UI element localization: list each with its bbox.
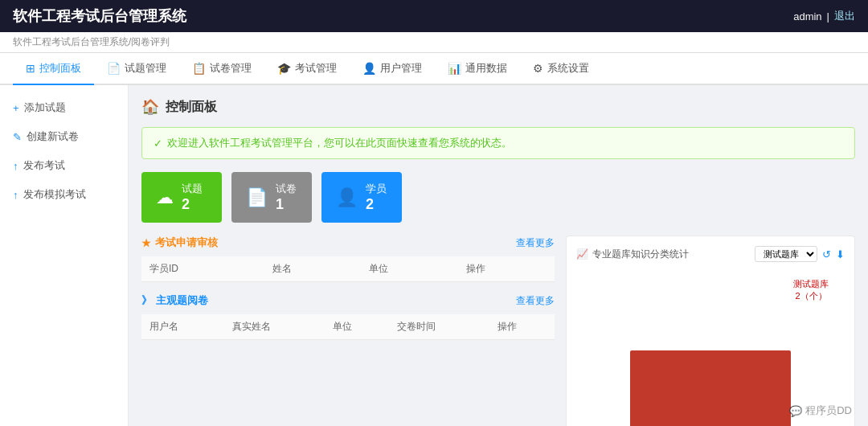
- nav-item-exam-mgmt[interactable]: 🎓 考试管理: [264, 53, 350, 85]
- data-nav-icon: 📊: [448, 62, 461, 75]
- nav-label-questions: 试题管理: [125, 61, 166, 76]
- nav-label-exam-mgmt: 考试管理: [295, 61, 337, 76]
- sub-col-action: 操作: [489, 314, 555, 340]
- dashboard-icon: ⊞: [26, 62, 35, 75]
- subjective-table: 用户名 真实姓名 单位 交卷时间 操作: [141, 314, 555, 340]
- logout-button[interactable]: 退出: [834, 9, 855, 23]
- nav-item-dashboard[interactable]: ⊞ 控制面板: [13, 53, 94, 85]
- stat-card-students: 👤 学员 2: [321, 172, 402, 223]
- exams-nav-icon: 📋: [192, 62, 206, 75]
- nav-item-users[interactable]: 👤 用户管理: [350, 53, 435, 85]
- chart-download-button[interactable]: ⬇: [836, 248, 845, 260]
- nav-label-dashboard: 控制面板: [39, 61, 81, 76]
- chart-panel: 📈 专业题库知识分类统计 测试题库 ↺ ⬇ 测: [566, 236, 855, 426]
- questions-stat-num: 2: [182, 196, 203, 213]
- page-title: 🏠 控制面板: [141, 98, 855, 116]
- sub-col-unit: 单位: [325, 314, 390, 340]
- students-stat-info: 学员 2: [366, 182, 387, 213]
- bar-red: [630, 350, 791, 426]
- questions-stat-icon: ☁: [156, 187, 174, 208]
- chart-bar-label-text: 测试题库: [793, 279, 829, 289]
- content-area: 🏠 控制面板 ✓ 欢迎进入软件工程考试管理平台，您可以在此页面快速查看您系统的状…: [129, 85, 868, 426]
- chart-bar-sublabel: 2（个）: [795, 291, 826, 301]
- chart-controls: 测试题库 ↺ ⬇: [755, 246, 845, 262]
- exam-review-section: ★ 考试申请审核 查看更多 学员ID 姓名 单位 操作: [141, 236, 555, 282]
- exams-stat-label: 试卷: [276, 182, 297, 196]
- chart-select[interactable]: 测试题库: [755, 246, 817, 262]
- exam-mgmt-nav-icon: 🎓: [277, 62, 291, 75]
- sidebar-item-add-question[interactable]: + 添加试题: [0, 93, 128, 122]
- chart-title: 📈 专业题库知识分类统计: [576, 248, 689, 261]
- brand-icon: 💬: [789, 405, 802, 417]
- brand-text: 程序员DD: [805, 403, 852, 418]
- sidebar-label-publish-mock: 发布模拟考试: [23, 187, 86, 202]
- sub-header: 软件工程考试后台管理系统/阅卷评判: [0, 32, 868, 53]
- sidebar-item-publish-exam[interactable]: ↑ 发布考试: [0, 151, 128, 180]
- students-stat-icon: 👤: [336, 187, 358, 208]
- questions-nav-icon: 📄: [107, 62, 121, 75]
- sidebar-item-publish-mock[interactable]: ↑ 发布模拟考试: [0, 180, 128, 209]
- page-title-icon: 🏠: [141, 98, 159, 116]
- page-title-text: 控制面板: [166, 99, 217, 116]
- nav-item-exams[interactable]: 📋 试卷管理: [179, 53, 264, 85]
- nav-label-exams: 试卷管理: [210, 61, 252, 76]
- alert-banner: ✓ 欢迎进入软件工程考试管理平台，您可以在此页面快速查看您系统的状态。: [141, 127, 855, 159]
- publish-exam-icon: ↑: [13, 160, 18, 172]
- publish-mock-icon: ↑: [13, 189, 18, 201]
- chart-title-icon: 📈: [576, 248, 588, 260]
- exam-review-header: ★ 考试申请审核 查看更多: [141, 236, 555, 250]
- user-info: admin | 退出: [793, 9, 855, 23]
- exam-review-table: 学员ID 姓名 单位 操作: [141, 256, 555, 282]
- stats-row: ☁ 试题 2 📄 试卷 1 👤 学员 2: [141, 172, 855, 223]
- exams-stat-num: 1: [276, 196, 297, 213]
- sub-col-username: 用户名: [141, 314, 224, 340]
- nav-item-questions[interactable]: 📄 试题管理: [94, 53, 179, 85]
- subjective-view-more[interactable]: 查看更多: [516, 294, 555, 308]
- footer-brand: 💬 程序员DD: [789, 403, 852, 418]
- create-exam-icon: ✎: [13, 131, 22, 143]
- left-panel: ★ 考试申请审核 查看更多 学员ID 姓名 单位 操作: [141, 236, 555, 426]
- col-action: 操作: [458, 256, 555, 282]
- add-question-icon: +: [13, 102, 19, 114]
- col-name: 姓名: [264, 256, 361, 282]
- questions-stat-label: 试题: [182, 182, 203, 196]
- exam-review-icon: ★: [141, 237, 151, 249]
- exam-review-label: 考试申请审核: [155, 236, 218, 250]
- subjective-review-header: 》 主观题阅卷 查看更多: [141, 293, 555, 308]
- chart-body: 测试题库 2（个）: [576, 270, 845, 426]
- exams-stat-icon: 📄: [246, 187, 268, 208]
- main-layout: + 添加试题 ✎ 创建新试卷 ↑ 发布考试 ↑ 发布模拟考试 🏠 控制面板 ✓ …: [0, 85, 868, 426]
- separator: |: [827, 10, 829, 23]
- chart-title-text: 专业题库知识分类统计: [592, 248, 689, 261]
- subjective-review-label: 主观题阅卷: [156, 293, 208, 308]
- col-student-id: 学员ID: [141, 256, 264, 282]
- nav-bar: ⊞ 控制面板 📄 试题管理 📋 试卷管理 🎓 考试管理 👤 用户管理 📊 通用数…: [0, 53, 868, 85]
- users-nav-icon: 👤: [362, 62, 376, 75]
- right-panel: 📈 专业题库知识分类统计 测试题库 ↺ ⬇ 测: [566, 236, 855, 426]
- stat-card-exams: 📄 试卷 1: [231, 172, 312, 223]
- username-label: admin: [793, 10, 821, 23]
- subjective-review-title: 》 主观题阅卷: [141, 293, 208, 308]
- nav-label-settings: 系统设置: [547, 61, 589, 76]
- nav-item-settings[interactable]: ⚙ 系统设置: [520, 53, 602, 85]
- stat-card-questions: ☁ 试题 2: [141, 172, 222, 223]
- students-stat-num: 2: [366, 196, 387, 213]
- nav-label-data: 通用数据: [465, 61, 507, 76]
- settings-nav-icon: ⚙: [533, 62, 543, 75]
- chart-bar-label: 测试题库 2（个）: [793, 278, 829, 302]
- col-unit: 单位: [361, 256, 457, 282]
- sub-col-time: 交卷时间: [389, 314, 489, 340]
- app-title: 软件工程考试后台管理系统: [13, 6, 186, 26]
- students-stat-label: 学员: [366, 182, 387, 196]
- sidebar-label-create-exam: 创建新试卷: [27, 129, 79, 144]
- alert-text: 欢迎进入软件工程考试管理平台，您可以在此页面快速查看您系统的状态。: [167, 136, 512, 150]
- chart-refresh-button[interactable]: ↺: [822, 248, 831, 260]
- sidebar: + 添加试题 ✎ 创建新试卷 ↑ 发布考试 ↑ 发布模拟考试: [0, 85, 129, 426]
- chart-header: 📈 专业题库知识分类统计 测试题库 ↺ ⬇: [576, 246, 845, 262]
- sub-col-realname: 真实姓名: [224, 314, 325, 340]
- nav-label-users: 用户管理: [380, 61, 422, 76]
- nav-item-data[interactable]: 📊 通用数据: [435, 53, 520, 85]
- sidebar-item-create-exam[interactable]: ✎ 创建新试卷: [0, 122, 128, 151]
- breadcrumb: 软件工程考试后台管理系统/阅卷评判: [13, 36, 170, 47]
- exam-review-view-more[interactable]: 查看更多: [516, 236, 555, 250]
